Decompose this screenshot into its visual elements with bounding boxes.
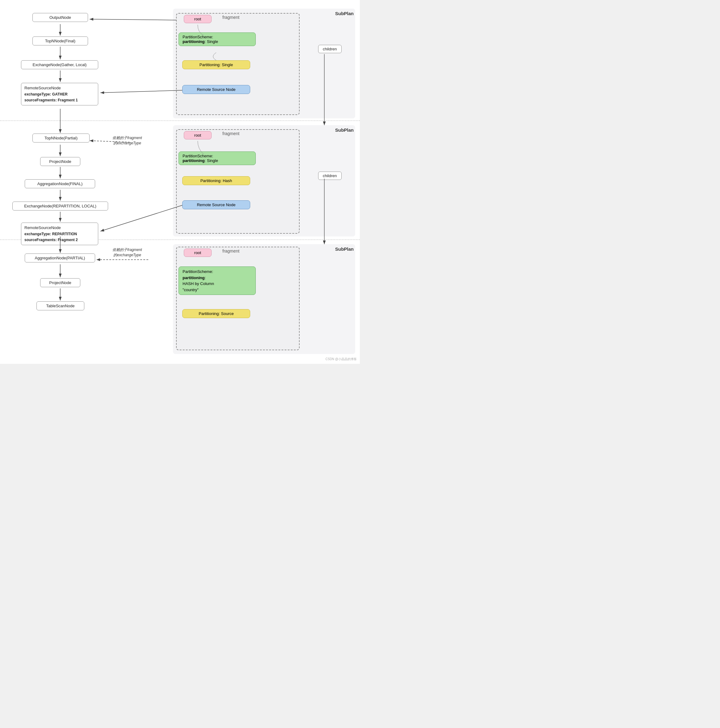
svg-line-19 (90, 19, 176, 20)
remote-source-2-node: RemoteSourceNode exchangeType: REPARTITI… (21, 223, 98, 245)
fragment-2-label: fragment (223, 131, 239, 136)
topn-partial-node: TopNNode(Partial) (32, 133, 90, 142)
svg-line-5 (101, 90, 182, 93)
fragment-2-root: root (184, 131, 212, 139)
fragment-1-partitioning: Partitioning: Single (182, 60, 250, 69)
children-1: children (318, 45, 342, 53)
fragment-3-partition-scheme: PartitionScheme: partitioning: HASH by C… (178, 266, 256, 295)
project-node-3: ProjectNode (40, 278, 80, 287)
divider-1 (0, 121, 360, 121)
output-node: OutputNode (32, 13, 88, 22)
aggregation-final-node: AggregationNode(FINAL) (25, 179, 95, 188)
fragment-1-label: fragment (223, 15, 239, 20)
fragment-3-partitioning: Partitioning: Source (182, 309, 250, 318)
annotation-3: 依赖的子fragment 的exchangeType (109, 247, 146, 258)
remote-source-1-node: RemoteSourceNode exchangeType: GATHER so… (21, 83, 98, 106)
fragment-2-partitioning: Partitioning: Hash (182, 176, 250, 185)
aggregation-partial-node: AggregationNode(PARTIAL) (25, 254, 95, 263)
fragment-1-root: root (184, 15, 212, 23)
exchange-repartition-node: ExchangeNode(REPARTITION, LOCAL) (12, 202, 108, 211)
fragment-1-partition-scheme: PartitionScheme: partitioning: Single (178, 32, 256, 46)
fragment-2-partition-scheme: PartitionScheme: partitioning: Single (178, 151, 256, 165)
exchange-gather-node: ExchangeNode(Gather, Local) (21, 60, 98, 69)
fragment-3-label: fragment (223, 249, 239, 254)
diagram-container: SubPlan fragment root PartitionScheme: p… (0, 0, 360, 364)
svg-line-12 (101, 205, 182, 231)
watermark: CSDN @小晶晶的博客 (326, 357, 357, 361)
fragment-3-root: root (184, 249, 212, 257)
subplan-2-label: SubPlan (335, 127, 354, 133)
children-2: children (318, 171, 342, 180)
tablescan-node: TableScanNode (37, 301, 84, 310)
fragment-1-remote-source: Remote Source Node (182, 85, 250, 94)
topn-final-node: TopNNode(Final) (32, 37, 88, 46)
subplan-1-label: SubPlan (335, 11, 354, 16)
fragment-2-remote-source: Remote Source Node (182, 200, 250, 209)
annotation-2: 依赖的子fragment 的exchangeType (109, 135, 146, 146)
project-node-2: ProjectNode (40, 157, 80, 166)
fragment-3 (176, 247, 300, 350)
subplan-3-label: SubPlan (335, 246, 354, 252)
